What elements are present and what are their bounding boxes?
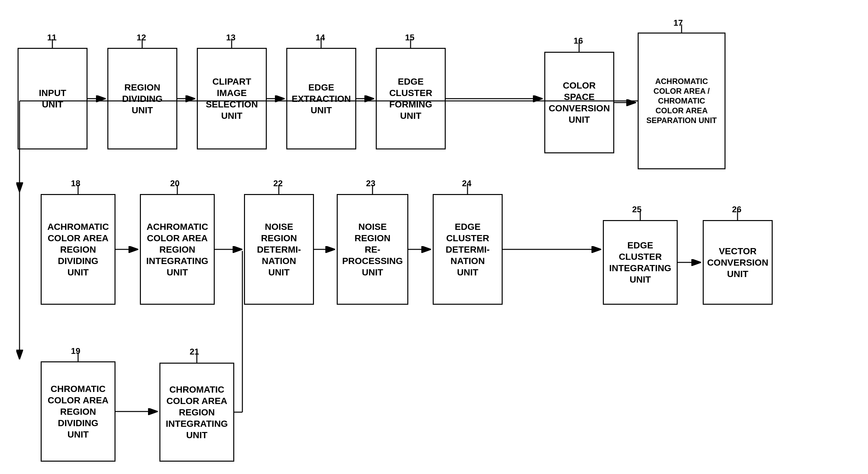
label-16: 16 (574, 36, 583, 46)
label-17: 17 (674, 18, 683, 28)
label-25: 25 (632, 204, 642, 214)
label-12: 12 (137, 33, 146, 43)
label-19: 19 (71, 346, 80, 356)
chromatic-region-dividing-unit-box: CHROMATICCOLOR AREAREGIONDIVIDINGUNIT (41, 361, 116, 462)
achromatic-region-integrating-unit-box: ACHROMATICCOLOR AREAREGIONINTEGRATINGUNI… (140, 194, 215, 305)
achromatic-chromatic-separation-unit-box: ACHROMATICCOLOR AREA /CHROMATICCOLOR ARE… (638, 33, 725, 169)
noise-region-reprocessing-unit-box: NOISEREGIONRE-PROCESSINGUNIT (337, 194, 408, 305)
input-unit-box: INPUTUNIT (18, 48, 88, 149)
label-18: 18 (71, 178, 80, 188)
edge-extraction-unit-box: EDGEEXTRACTIONUNIT (286, 48, 356, 149)
region-dividing-unit-box: REGIONDIVIDINGUNIT (107, 48, 177, 149)
label-15: 15 (405, 33, 414, 43)
edge-cluster-determination-unit-box: EDGECLUSTERDETERMI-NATIONUNIT (433, 194, 503, 305)
label-20: 20 (170, 178, 180, 188)
label-22: 22 (273, 178, 283, 188)
label-14: 14 (316, 33, 325, 43)
chromatic-region-integrating-unit-box: CHROMATICCOLOR AREAREGIONINTEGRATINGUNIT (159, 363, 234, 462)
label-24: 24 (462, 178, 471, 188)
label-26: 26 (732, 204, 741, 214)
vector-conversion-unit-box: VECTORCONVERSIONUNIT (703, 220, 773, 305)
color-space-conversion-unit-box: COLORSPACECONVERSIONUNIT (544, 52, 614, 153)
clipart-image-selection-unit-box: CLIPARTIMAGESELECTIONUNIT (197, 48, 267, 149)
diagram: 11 12 13 14 15 16 17 18 19 20 21 22 23 2… (0, 0, 868, 474)
achromatic-region-dividing-unit-box: ACHROMATICCOLOR AREAREGIONDIVIDINGUNIT (41, 194, 116, 305)
label-23: 23 (366, 178, 375, 188)
edge-cluster-integrating-unit-box: EDGECLUSTERINTEGRATINGUNIT (603, 220, 678, 305)
label-13: 13 (226, 33, 236, 43)
edge-cluster-forming-unit-box: EDGECLUSTERFORMINGUNIT (376, 48, 446, 149)
noise-region-determination-unit-box: NOISEREGIONDETERMI-NATIONUNIT (244, 194, 314, 305)
label-21: 21 (190, 347, 199, 357)
label-11: 11 (47, 33, 57, 43)
